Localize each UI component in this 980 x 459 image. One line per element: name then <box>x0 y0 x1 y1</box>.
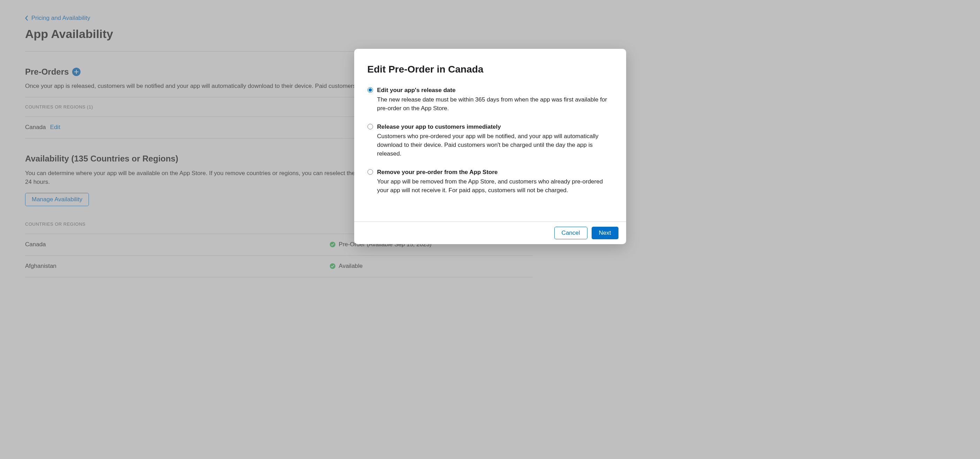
radio-input[interactable] <box>368 124 373 129</box>
radio-option-remove[interactable]: Remove your pre-order from the App Store… <box>368 168 613 195</box>
radio-input[interactable] <box>368 169 373 175</box>
radio-label: Release your app to customers immediatel… <box>377 123 613 131</box>
radio-input[interactable] <box>368 87 373 93</box>
next-button[interactable]: Next <box>592 227 619 239</box>
radio-description: Customers who pre-ordered your app will … <box>377 132 613 158</box>
edit-preorder-modal: Edit Pre-Order in Canada Edit your app's… <box>354 49 626 244</box>
cancel-button[interactable]: Cancel <box>554 227 587 239</box>
modal-overlay[interactable]: Edit Pre-Order in Canada Edit your app's… <box>0 0 980 291</box>
radio-option-release-now[interactable]: Release your app to customers immediatel… <box>368 123 613 158</box>
radio-label: Edit your app's release date <box>377 86 613 95</box>
radio-option-edit-date[interactable]: Edit your app's release date The new rel… <box>368 86 613 113</box>
radio-description: The new release date must be within 365 … <box>377 96 613 113</box>
modal-footer: Cancel Next <box>354 222 626 244</box>
radio-label: Remove your pre-order from the App Store <box>377 168 613 177</box>
radio-description: Your app will be removed from the App St… <box>377 177 613 195</box>
modal-title: Edit Pre-Order in Canada <box>368 62 613 76</box>
